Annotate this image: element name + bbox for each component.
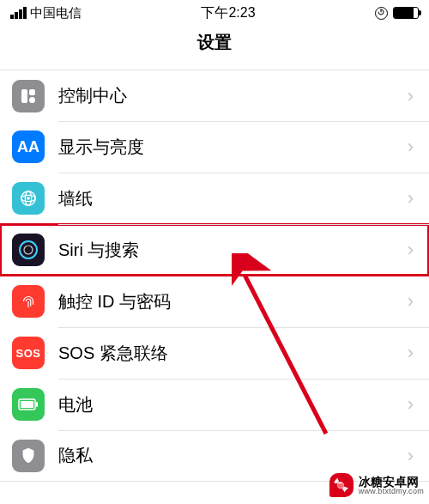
control-center-icon [12, 80, 45, 112]
row-siri-search[interactable]: Siri 与搜索 › [0, 224, 429, 276]
watermark-text: 冰糖安卓网 www.btxtdmy.com [359, 476, 424, 495]
row-label: 控制中心 [58, 84, 408, 107]
page-title: 设置 [0, 31, 429, 54]
row-display-brightness[interactable]: AA 显示与亮度 › [0, 121, 429, 173]
chevron-right-icon: › [408, 136, 414, 158]
carrier-name: 中国电信 [30, 5, 82, 21]
siri-icon [12, 234, 45, 266]
battery-icon [393, 7, 419, 19]
status-time: 下午2:23 [201, 4, 255, 22]
watermark-icon: 🍬 [329, 473, 353, 497]
status-right [375, 7, 419, 20]
svg-point-4 [27, 197, 30, 200]
chevron-right-icon: › [408, 85, 414, 107]
signal-strength-icon [10, 7, 27, 19]
svg-rect-0 [21, 89, 27, 103]
watermark-domain: www.btxtdmy.com [359, 488, 424, 495]
svg-point-7 [20, 241, 37, 258]
settings-list: 控制中心 › AA 显示与亮度 › 墙纸 › Siri 与搜索 › 触控 ID … [0, 70, 429, 482]
nav-bar: 设置 [0, 24, 429, 70]
watermark-brand: 冰糖安卓网 [359, 476, 424, 488]
status-left: 中国电信 [10, 5, 82, 21]
chevron-right-icon: › [408, 445, 414, 467]
chevron-right-icon: › [408, 239, 414, 261]
orientation-lock-icon [375, 7, 388, 20]
wallpaper-icon [12, 182, 45, 215]
chevron-right-icon: › [408, 290, 414, 313]
sos-icon: SOS [12, 337, 45, 369]
display-icon: AA [12, 131, 45, 163]
watermark: 🍬 冰糖安卓网 www.btxtdmy.com [329, 473, 424, 497]
row-label: 显示与亮度 [58, 136, 408, 159]
chevron-right-icon: › [408, 187, 414, 209]
row-wallpaper[interactable]: 墙纸 › [0, 173, 429, 224]
svg-rect-2 [29, 97, 35, 103]
status-bar: 中国电信 下午2:23 [0, 0, 429, 24]
row-label: SOS 紧急联络 [58, 342, 408, 365]
battery-row-icon [12, 388, 45, 421]
row-control-center[interactable]: 控制中心 › [0, 70, 429, 121]
row-touch-id[interactable]: 触控 ID 与密码 › [0, 276, 429, 327]
svg-rect-10 [21, 401, 33, 408]
chevron-right-icon: › [408, 342, 414, 364]
svg-rect-1 [29, 89, 35, 95]
row-label: 墙纸 [58, 187, 408, 210]
row-battery[interactable]: 电池 › [0, 379, 429, 430]
row-sos[interactable]: SOS SOS 紧急联络 › [0, 327, 429, 379]
row-label: 电池 [58, 393, 408, 416]
fingerprint-icon [12, 285, 45, 318]
row-label: 触控 ID 与密码 [58, 290, 408, 313]
svg-point-8 [24, 246, 33, 254]
row-label: 隐私 [58, 444, 408, 467]
privacy-icon [12, 440, 45, 472]
chevron-right-icon: › [408, 393, 414, 416]
row-label: Siri 与搜索 [58, 239, 408, 262]
svg-rect-11 [36, 402, 38, 407]
